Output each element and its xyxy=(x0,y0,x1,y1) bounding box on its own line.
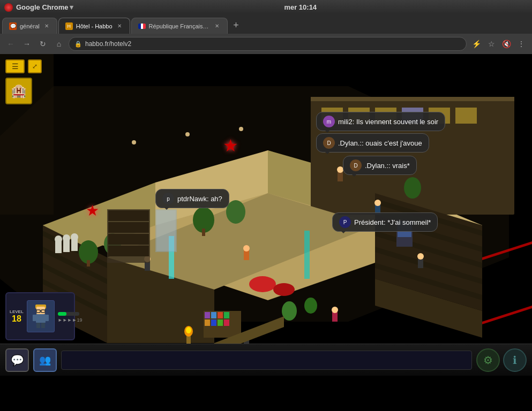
room-background xyxy=(0,54,532,376)
hotel-icon: 🏨 xyxy=(11,83,27,98)
tab3-close[interactable]: ✕ xyxy=(213,22,221,30)
mute-btn[interactable]: 🔇 xyxy=(500,37,513,50)
back-button[interactable]: ← xyxy=(4,37,17,50)
svg-rect-8 xyxy=(311,97,514,101)
info-icon: ℹ xyxy=(513,354,517,367)
level-badge: LEVEL 18 xyxy=(10,309,24,324)
clock: mer 10:14 xyxy=(73,3,528,11)
svg-rect-104 xyxy=(36,314,46,323)
url-box[interactable]: 🔒 habbo.fr/hotelv2 xyxy=(69,37,467,51)
svg-rect-42 xyxy=(205,312,210,318)
tab3-favicon xyxy=(138,24,146,29)
bubble-text-dylan1: .Dylan.:: ouais c'est j'avoue xyxy=(338,139,422,147)
level-label: LEVEL xyxy=(10,309,24,314)
settings-button-1[interactable]: ⚙ xyxy=(476,348,500,372)
menu-button[interactable]: ☰ xyxy=(5,59,25,73)
svg-point-98 xyxy=(239,127,243,131)
tab-habbo[interactable]: H Hôtel - Habbo ✕ xyxy=(58,18,130,34)
chat-input[interactable] xyxy=(61,351,472,370)
svg-rect-45 xyxy=(224,312,229,318)
friends-icon: 👥 xyxy=(39,354,51,366)
svg-point-68 xyxy=(243,245,250,252)
svg-rect-55 xyxy=(304,231,310,279)
svg-point-60 xyxy=(63,234,70,242)
chat-icon: 💬 xyxy=(11,354,24,367)
fullscreen-icon: ⤢ xyxy=(32,63,38,70)
svg-rect-46 xyxy=(205,319,210,326)
svg-rect-90 xyxy=(108,210,149,221)
tab2-label: Hôtel - Habbo xyxy=(76,23,113,29)
reload-button[interactable]: ↻ xyxy=(36,37,49,50)
svg-rect-48 xyxy=(218,319,223,326)
app-title: Google Chrome xyxy=(16,3,69,11)
bubble-text-dylan2: .Dylan.:: vrais* xyxy=(365,162,410,170)
forward-button[interactable]: → xyxy=(20,37,33,50)
os-app-icon xyxy=(4,3,13,12)
hotel-icon-widget[interactable]: 🏨 xyxy=(5,78,32,104)
svg-point-97 xyxy=(185,132,190,136)
xp-bar xyxy=(58,312,79,316)
chat-button[interactable]: 💬 xyxy=(5,348,29,372)
url-text: habbo.fr/hotelv2 xyxy=(85,40,131,48)
avatar-dylan2: D xyxy=(350,159,362,171)
chat-bubble-dylan1: D .Dylan.:: ouais c'est j'avoue xyxy=(316,133,429,153)
tab2-close[interactable]: ✕ xyxy=(116,22,123,30)
svg-rect-108 xyxy=(41,323,45,328)
avatar-sprite xyxy=(30,302,51,330)
svg-rect-49 xyxy=(224,319,229,326)
info-button[interactable]: ℹ xyxy=(503,348,527,372)
svg-rect-107 xyxy=(36,323,40,328)
svg-rect-30 xyxy=(87,260,90,267)
xp-fill xyxy=(58,312,66,316)
svg-point-74 xyxy=(417,253,424,260)
chat-bubble-ptdr: p ptdrNawk: ah? xyxy=(155,189,229,208)
user-widget: LEVEL 18 xyxy=(5,292,75,340)
avatar-president: P xyxy=(339,216,351,228)
os-titlebar: Google Chrome ▾ mer 10:14 xyxy=(0,0,532,14)
chat-bubble-dylan2: D .Dylan.:: vrais* xyxy=(343,156,417,175)
bookmark-btn[interactable]: ☆ xyxy=(485,37,498,50)
svg-point-38 xyxy=(304,298,317,314)
svg-point-58 xyxy=(55,235,62,243)
avatar-ptdr: p xyxy=(162,193,174,204)
svg-rect-47 xyxy=(211,319,216,326)
tab1-close[interactable]: ✕ xyxy=(43,22,50,30)
svg-point-66 xyxy=(374,200,381,206)
tab2-favicon: H xyxy=(65,22,73,30)
bubble-text-president: Président: *J'ai sommeil* xyxy=(354,218,431,226)
svg-rect-92 xyxy=(108,234,149,245)
bubble-text-ptdr: ptdrNawk: ah? xyxy=(177,195,222,203)
svg-rect-100 xyxy=(36,307,45,314)
tab3-label: République Française de xyxy=(149,23,210,29)
bottom-toolbar: 💬 👥 ⚙ ℹ xyxy=(0,344,532,376)
new-tab-button[interactable]: + xyxy=(229,18,244,33)
home-button[interactable]: ⌂ xyxy=(53,37,65,50)
tab-republique[interactable]: République Française de ✕ xyxy=(131,18,228,34)
svg-rect-93 xyxy=(108,246,149,256)
svg-point-72 xyxy=(332,307,338,313)
tab-bar: 💬 général ✕ H Hôtel - Habbo ✕ République… xyxy=(0,14,532,34)
browser-chrome: 💬 général ✕ H Hôtel - Habbo ✕ République… xyxy=(0,14,532,54)
svg-rect-91 xyxy=(108,222,149,233)
user-avatar xyxy=(27,300,55,332)
menu-btn[interactable]: ⋮ xyxy=(515,37,528,50)
fullscreen-button[interactable]: ⤢ xyxy=(28,59,42,73)
svg-point-52 xyxy=(186,327,191,333)
menu-icon: ☰ xyxy=(12,62,19,71)
svg-rect-34 xyxy=(202,229,205,236)
address-bar: ← → ↻ ⌂ 🔒 habbo.fr/hotelv2 ⚡ ☆ 🔇 ⋮ xyxy=(0,34,532,54)
extension-btn1[interactable]: ⚡ xyxy=(470,37,483,50)
bubble-text-mili2: mili2: Ils viennent souvent le soir xyxy=(338,118,438,126)
svg-point-40 xyxy=(273,283,295,296)
svg-rect-105 xyxy=(33,315,36,321)
svg-point-36 xyxy=(404,177,421,199)
tab-general[interactable]: 💬 général ✕ xyxy=(2,18,57,34)
svg-point-96 xyxy=(132,140,136,144)
svg-point-62 xyxy=(71,233,78,241)
chat-bubble-president: P Président: *J'ai sommeil* xyxy=(332,212,438,232)
svg-rect-43 xyxy=(211,312,216,318)
svg-rect-80 xyxy=(156,210,176,251)
xp-section: ►►►►19 xyxy=(58,310,83,323)
friends-button[interactable]: 👥 xyxy=(33,348,57,372)
game-area: ☰ ⤢ 🏨 ★ ★ m mili2: Ils viennent souvent … xyxy=(0,54,532,376)
